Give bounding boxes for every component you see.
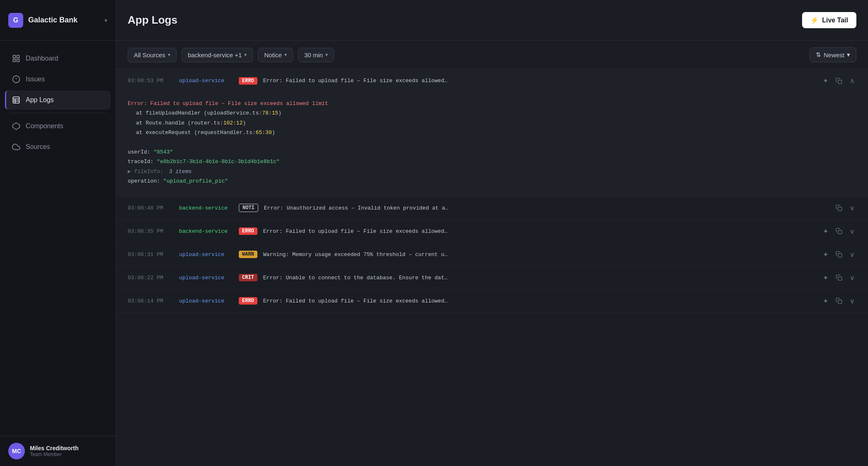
log-actions: ✦ ∧: [821, 75, 856, 86]
sidebar-item-app-logs[interactable]: App Logs: [5, 90, 111, 110]
notice-filter[interactable]: Notice ▾: [258, 48, 293, 62]
log-message: Warning: Memory usage exceeded 75% thres…: [263, 251, 815, 258]
sidebar-item-label: Components: [26, 122, 63, 130]
log-time: 03:08:48 PM: [128, 205, 173, 211]
sidebar-nav: Dashboard Issues App Logs: [0, 41, 116, 436]
chevron-down-icon: ▾: [244, 52, 247, 58]
hexagon-icon: [12, 122, 21, 131]
live-tail-button[interactable]: ⚡ Live Tail: [802, 12, 856, 28]
log-source: upload-service: [179, 251, 233, 258]
log-time: 03:08:53 PM: [128, 78, 173, 84]
log-row-4[interactable]: 03:06:22 PM upload-service CRIT Error: U…: [116, 266, 868, 289]
copy-icon[interactable]: [834, 273, 844, 283]
log-message: Error: Unable to connect to the database…: [263, 275, 815, 281]
sort-icon: ⇅: [816, 51, 821, 59]
log-entry-5: 03:06:14 PM upload-service ERRO Error: F…: [116, 290, 868, 313]
log-entry-0: 03:08:53 PM upload-service ERRO Error: F…: [116, 69, 868, 197]
expand-icon[interactable]: ∨: [848, 295, 856, 307]
log-time: 03:06:22 PM: [128, 275, 173, 281]
detail-field-traceid: traceId: "e8b2b1c7-3b1d-4b1e-8b1c-3b1d4b…: [128, 157, 856, 166]
log-actions: ∨: [834, 203, 856, 214]
log-badge-crit: CRIT: [239, 274, 257, 281]
page-title: App Logs: [128, 14, 177, 27]
main-content: App Logs ⚡ Live Tail All Sources ▾ backe…: [116, 0, 868, 466]
expand-icon[interactable]: ∨: [848, 272, 856, 283]
log-source: upload-service: [179, 78, 233, 84]
svg-rect-16: [838, 277, 842, 281]
log-time: 03:06:14 PM: [128, 298, 173, 304]
log-row-2[interactable]: 03:06:35 PM backend-service ERRO Error: …: [116, 220, 868, 243]
svg-marker-11: [13, 123, 20, 130]
svg-rect-14: [838, 230, 842, 234]
alert-circle-icon: [12, 75, 21, 84]
svg-rect-0: [13, 56, 16, 58]
sparkle-icon[interactable]: ✦: [821, 226, 830, 237]
log-row-0[interactable]: 03:08:53 PM upload-service ERRO Error: F…: [116, 69, 868, 92]
detail-stack-3: at executeRequest (requestHandler.ts:65:…: [136, 128, 856, 137]
log-message: Error: Failed to upload file – File size…: [263, 298, 815, 304]
user-info: Miles Creditworth Team Member: [30, 445, 78, 457]
log-entry-4: 03:06:22 PM upload-service CRIT Error: U…: [116, 266, 868, 290]
svg-rect-2: [13, 59, 16, 62]
chevron-down-icon: ▾: [104, 17, 107, 24]
sidebar-footer: MC Miles Creditworth Team Member: [0, 436, 116, 466]
sidebar-divider: [10, 113, 106, 113]
chevron-down-icon: ▾: [847, 51, 850, 59]
sidebar: G Galactic Bank ▾ Dashboard Issues: [0, 0, 116, 466]
copy-icon[interactable]: [834, 203, 844, 213]
log-badge-erro: ERRO: [239, 297, 257, 305]
collapse-icon[interactable]: ∧: [848, 75, 856, 86]
sort-button[interactable]: ⇅ Newest ▾: [810, 47, 856, 62]
log-message: Error: Failed to upload file – File size…: [263, 78, 815, 84]
log-source: upload-service: [179, 298, 233, 304]
log-detail-0: Error: Failed to upload file – File size…: [116, 92, 868, 196]
detail-field-operation: operation: "upload_profile_pic": [128, 176, 856, 186]
expand-icon[interactable]: ∨: [848, 249, 856, 260]
backend-service-filter[interactable]: backend-service +1 ▾: [182, 48, 253, 62]
log-row-1[interactable]: 03:08:48 PM backend-service NOTI Error: …: [116, 197, 868, 220]
detail-field-fileinfo[interactable]: ▶ fileInfo: 3 items: [128, 167, 856, 176]
log-time: 03:06:31 PM: [128, 251, 173, 258]
sparkle-icon[interactable]: ✦: [821, 75, 830, 86]
copy-icon[interactable]: [834, 76, 844, 86]
svg-rect-3: [17, 59, 19, 62]
detail-stack-2: at Route.handle (router.ts:102:12): [136, 118, 856, 128]
sidebar-item-dashboard[interactable]: Dashboard: [5, 49, 111, 68]
sparkle-icon[interactable]: ✦: [821, 249, 830, 260]
log-badge-warn: WARN: [239, 251, 257, 258]
svg-rect-17: [838, 300, 842, 304]
log-entry-3: 03:06:31 PM upload-service WARN Warning:…: [116, 243, 868, 266]
detail-field-userid: userId: "8543": [128, 147, 856, 157]
sidebar-item-issues[interactable]: Issues: [5, 70, 111, 89]
log-source: backend-service: [179, 228, 233, 234]
copy-icon[interactable]: [834, 226, 844, 236]
sidebar-header[interactable]: G Galactic Bank ▾: [0, 0, 116, 41]
sidebar-item-sources[interactable]: Sources: [5, 137, 111, 156]
cloud-icon: [12, 142, 21, 151]
svg-rect-13: [838, 207, 842, 211]
table-icon: [12, 95, 21, 105]
sidebar-item-label: Issues: [26, 76, 45, 83]
sidebar-item-label: Dashboard: [26, 55, 58, 62]
copy-icon[interactable]: [834, 296, 844, 306]
filters-bar: All Sources ▾ backend-service +1 ▾ Notic…: [116, 41, 868, 69]
log-actions: ✦ ∨: [821, 272, 856, 283]
svg-rect-12: [838, 80, 842, 84]
log-badge-erro: ERRO: [239, 227, 257, 235]
sparkle-icon[interactable]: ✦: [821, 295, 830, 307]
log-badge-noti: NOTI: [239, 204, 258, 212]
user-role: Team Member: [30, 451, 78, 457]
svg-rect-1: [17, 56, 19, 58]
time-range-filter[interactable]: 30 min ▾: [298, 48, 334, 62]
log-message: Error: Unauthorized access – Invalid tok…: [264, 205, 828, 211]
copy-icon[interactable]: [834, 249, 844, 259]
log-entry-1: 03:08:48 PM backend-service NOTI Error: …: [116, 197, 868, 220]
log-row-3[interactable]: 03:06:31 PM upload-service WARN Warning:…: [116, 243, 868, 266]
sidebar-item-label: Sources: [26, 143, 50, 151]
sidebar-item-components[interactable]: Components: [5, 117, 111, 136]
all-sources-filter[interactable]: All Sources ▾: [128, 48, 177, 62]
expand-icon[interactable]: ∨: [848, 226, 856, 237]
sparkle-icon[interactable]: ✦: [821, 272, 830, 283]
log-row-5[interactable]: 03:06:14 PM upload-service ERRO Error: F…: [116, 290, 868, 312]
expand-icon[interactable]: ∨: [848, 203, 856, 214]
